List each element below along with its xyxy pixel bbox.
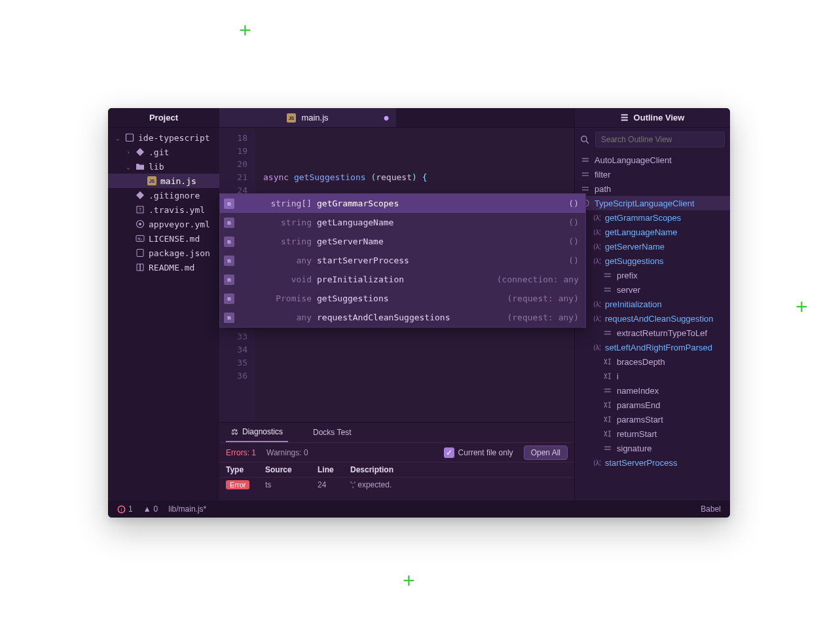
ac-return-type: any	[240, 312, 312, 322]
outline-search-input[interactable]	[595, 132, 725, 147]
outline-item[interactable]: ⟨λ⟩preInitialization	[575, 297, 730, 311]
ac-signature: ()	[568, 218, 579, 227]
svg-text:⟨λ⟩: ⟨λ⟩	[593, 315, 600, 322]
autocomplete-item[interactable]: mstringgetServerName()	[220, 232, 585, 251]
tree-root-label: ide-typescript	[138, 133, 210, 143]
current-file-only-toggle[interactable]: ✓ Current file only	[444, 447, 513, 458]
outline-item[interactable]: ⟨λ⟩getGrammarScopes	[575, 210, 730, 225]
const-symbol-icon	[580, 155, 591, 165]
const-symbol-icon	[602, 385, 613, 396]
outline-item[interactable]: signature	[575, 441, 730, 455]
outline-search-row	[575, 128, 730, 151]
outline-item-label: i	[617, 371, 619, 381]
svg-text:!: !	[120, 506, 122, 512]
outline-item[interactable]: returnStart	[575, 426, 730, 441]
ac-signature: ()	[568, 237, 579, 246]
svg-text:T: T	[139, 208, 142, 213]
autocomplete-item[interactable]: mstringgetLanguageName()	[220, 213, 585, 232]
tab-docks-test[interactable]: Docks Test	[308, 423, 356, 442]
tree-item-README-md[interactable]: README.md	[108, 260, 219, 275]
tree-root[interactable]: ⌄ ide-typescript	[108, 130, 219, 145]
svg-rect-0	[126, 134, 134, 142]
var-symbol-icon	[602, 428, 613, 439]
diagnostic-row[interactable]: Error ts 24 ';' expected.	[219, 478, 574, 492]
tree-item-package-json[interactable]: package.json	[108, 246, 219, 260]
col-source[interactable]: Source	[265, 465, 318, 474]
autocomplete-item[interactable]: manystartServerProcess()	[220, 251, 585, 270]
yml2-icon	[136, 219, 145, 229]
outline-item[interactable]: prefix	[575, 268, 730, 282]
outline-item[interactable]: path	[575, 181, 730, 196]
tree-item-label: LICENSE.md	[149, 234, 200, 244]
method-badge-icon: m	[224, 237, 234, 247]
const-symbol-icon	[602, 328, 613, 338]
tree-item--travis-yml[interactable]: T.travis.yml	[108, 202, 219, 217]
current-file-label: Current file only	[458, 448, 513, 457]
scales-icon: ⚖	[231, 427, 238, 436]
status-language[interactable]: Babel	[701, 504, 721, 514]
outline-item[interactable]: ⟨λ⟩startServerProcess	[575, 455, 730, 470]
tab-diagnostics[interactable]: ⚖ Diagnostics	[226, 423, 288, 442]
autocomplete-item[interactable]: mvoidpreInitialization(connection: any	[220, 270, 585, 289]
col-type[interactable]: Type	[226, 465, 265, 474]
outline-item[interactable]: filter	[575, 167, 730, 181]
outline-item[interactable]: ⟨λ⟩requestAndCleanSuggestion	[575, 311, 730, 326]
outline-item[interactable]: ⟨λ⟩setLeftAndRightFromParsed	[575, 340, 730, 354]
editor-area[interactable]: 181920212433343536 async getSuggestions …	[219, 128, 574, 422]
var-symbol-icon	[602, 356, 613, 367]
outline-item[interactable]: ⟨λ⟩getLanguageName	[575, 225, 730, 239]
ac-signature: ()	[568, 199, 579, 208]
tree-item-LICENSE-md[interactable]: M↓LICENSE.md	[108, 231, 219, 246]
outline-item[interactable]: ⟨λ⟩getSuggestions	[575, 254, 730, 268]
outline-item[interactable]: i	[575, 369, 730, 383]
autocomplete-item[interactable]: mstring[]getGrammarScopes()	[220, 194, 585, 213]
var-symbol-icon	[602, 414, 613, 425]
outline-item[interactable]: ⟨λ⟩getServerName	[575, 239, 730, 254]
svg-text:⟨λ⟩: ⟨λ⟩	[593, 344, 600, 351]
svg-line-13	[586, 141, 589, 143]
outline-item-label: server	[617, 285, 640, 295]
plus-decoration: +	[795, 295, 808, 319]
code-line: async getSuggestions (request) {	[255, 171, 574, 184]
outline-item[interactable]: paramsStart	[575, 412, 730, 426]
outline-item-label: getGrammarScopes	[605, 213, 681, 223]
js-file-icon: JS	[287, 113, 296, 123]
outline-panel: ☰ Outline View AutoLanguageClientfilterp…	[574, 108, 730, 501]
autocomplete-item[interactable]: manyrequestAndCleanSuggestions(request: …	[220, 308, 585, 327]
tree-item-appveyor-yml[interactable]: appveyor.yml	[108, 217, 219, 231]
autocomplete-popup[interactable]: mstring[]getGrammarScopes()mstringgetLan…	[219, 193, 586, 328]
modified-indicator-icon: ●	[383, 112, 390, 124]
tree-item-main-js[interactable]: JSmain.js	[108, 174, 219, 188]
col-description[interactable]: Description	[350, 465, 568, 474]
outline-list: AutoLanguageClientfilterpathCTypeScriptL…	[575, 151, 730, 501]
tree-item-lib[interactable]: ⌄lib	[108, 159, 219, 174]
status-warnings[interactable]: ▲ 0	[143, 504, 158, 514]
autocomplete-item[interactable]: mPromisegetSuggestions(request: any)	[220, 289, 585, 308]
diagnostics-table: Type Source Line Description Error ts 24…	[219, 462, 574, 501]
outline-item[interactable]: nameIndex	[575, 383, 730, 398]
outline-item[interactable]: bracesDepth	[575, 354, 730, 369]
diag-source: ts	[265, 480, 318, 489]
status-errors[interactable]: ! 1	[117, 504, 133, 514]
svg-text:⟨λ⟩: ⟨λ⟩	[593, 229, 600, 236]
open-all-button[interactable]: Open All	[524, 445, 568, 460]
tree-item--gitignore[interactable]: .gitignore	[108, 188, 219, 202]
status-file-path[interactable]: lib/main.js*	[168, 504, 206, 514]
method-badge-icon: m	[224, 275, 234, 285]
outline-item-label: signature	[617, 444, 651, 453]
col-line[interactable]: Line	[318, 465, 350, 474]
outline-item[interactable]: extractReturnTypeToLef	[575, 326, 730, 340]
status-warnings-count: 0	[154, 504, 158, 514]
outline-item[interactable]: AutoLanguageClient	[575, 153, 730, 167]
outline-item-label: getServerName	[605, 242, 665, 252]
tab-main-js[interactable]: JS main.js ●	[219, 108, 396, 127]
outline-item[interactable]: server	[575, 282, 730, 297]
svg-rect-9	[137, 250, 143, 257]
ac-signature: (request: any)	[507, 312, 579, 322]
tree-item-label: .travis.yml	[149, 205, 205, 215]
yml-icon: T	[136, 205, 145, 214]
tree-item--git[interactable]: ›.git	[108, 145, 219, 159]
outline-item[interactable]: CTypeScriptLanguageClient	[575, 196, 730, 210]
code-line	[255, 145, 574, 158]
outline-item[interactable]: paramsEnd	[575, 398, 730, 412]
